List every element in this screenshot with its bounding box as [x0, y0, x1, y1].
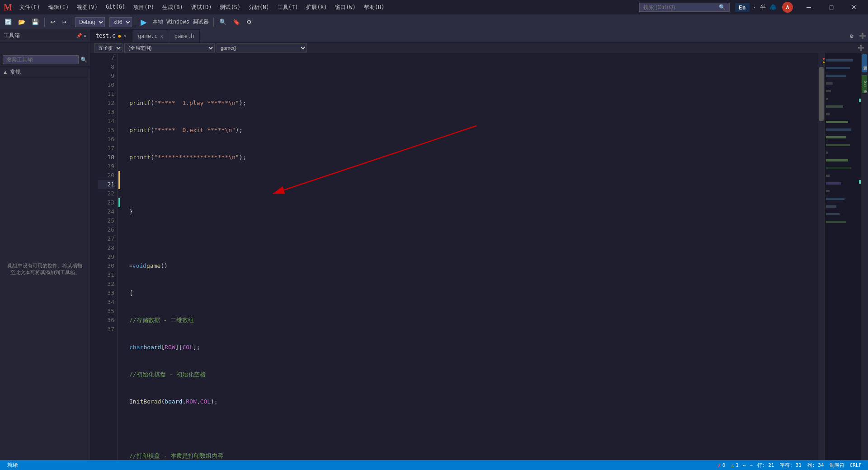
code-line-16: char board[ROW][COL]; [129, 343, 813, 352]
status-charset[interactable]: 制表符 [827, 462, 847, 469]
status-line[interactable]: 行: 21 [755, 462, 777, 469]
title-bar: M 文件(F) 编辑(E) 视图(V) Git(G) 项目(P) 生成(B) 调… [0, 0, 868, 14]
menu-test[interactable]: 测试(S) [216, 3, 244, 12]
menu-build[interactable]: 生成(B) [159, 3, 187, 12]
scope-nav-select[interactable]: (全局范围) [124, 43, 215, 52]
tab-test-c[interactable]: test.c ● ✕ [90, 30, 132, 42]
toolbar-save[interactable]: 💾 [29, 16, 42, 28]
platform-select[interactable]: x86 [109, 17, 132, 27]
line-num-27: 27 [98, 234, 114, 243]
line-num-32: 32 [98, 280, 114, 289]
line-num-8: 8 [98, 62, 114, 71]
code-line-19 [129, 424, 813, 433]
toolbar-bookmark[interactable]: 🔖 [230, 16, 243, 28]
status-errors[interactable]: ✗ 0 [715, 462, 728, 469]
line-num-35: 35 [98, 307, 114, 316]
toolbar-redo[interactable]: ↪ [59, 16, 69, 28]
line-num-24: 24 [98, 207, 114, 216]
window-controls: ─ □ ✕ [798, 2, 864, 13]
line-num-19: 19 [98, 162, 114, 171]
tab-empty-space [200, 29, 846, 42]
status-nav-forward[interactable]: → [748, 462, 755, 468]
tab-test-c-close[interactable]: ✕ [123, 33, 127, 39]
toolbox-close[interactable]: ✕ [84, 33, 86, 38]
debug-config-select[interactable]: Debug [75, 17, 105, 27]
nav-add-btn[interactable]: ➕ [858, 45, 864, 51]
editor[interactable]: 7 8 9 10 11 12 13 14 15 16 17 18 19 20 2… [90, 53, 868, 460]
line-num-34: 34 [98, 298, 114, 307]
toolbar-find[interactable]: 🔍 [217, 16, 229, 28]
toolbox-search-input[interactable] [3, 55, 79, 64]
line-num-22: 22 [98, 189, 114, 198]
menu-extensions[interactable]: 扩展(X) [302, 3, 330, 12]
menu-view[interactable]: 视图(V) [73, 3, 101, 12]
status-encoding[interactable]: CRLF [847, 462, 865, 468]
tab-game-c-close[interactable]: ✕ [160, 33, 163, 39]
line-num-7: 7 [98, 53, 114, 62]
code-line-14: { [129, 289, 813, 298]
toolbar-sep3 [135, 18, 135, 27]
menu-tools[interactable]: 工具(T) [274, 3, 302, 12]
toolbar-undo[interactable]: ↩ [47, 16, 58, 28]
scrollbar-thumb[interactable] [819, 67, 824, 121]
menu-project[interactable]: 项目(P) [130, 3, 158, 12]
run-button[interactable]: ▶ [138, 16, 150, 28]
ime-indicator: · 半 🧥 [751, 3, 778, 11]
toolbox-tab-label[interactable]: 工具箱 [4, 32, 20, 39]
line-num-18: 18 [98, 153, 114, 162]
toolbar-sep1 [44, 18, 45, 27]
status-nav-back[interactable]: ← [741, 462, 748, 468]
menu-window[interactable]: 窗口(W) [331, 3, 359, 12]
status-char[interactable]: 字符: 31 [777, 462, 805, 469]
line-num-14: 14 [98, 117, 114, 126]
side-panel-1[interactable]: 错误列表 [862, 54, 867, 72]
tab-overflow-btn[interactable]: ➕ [857, 29, 868, 42]
menu-bar: 文件(F) 编辑(E) 视图(V) Git(G) 项目(P) 生成(B) 调试(… [16, 3, 388, 12]
tab-test-c-modified: ● [118, 33, 121, 38]
line-num-20: 20 [98, 171, 114, 180]
indicator-line19 [118, 180, 120, 189]
gutter-indicators [90, 53, 98, 460]
line-num-17: 17 [98, 144, 114, 153]
status-bar: 就绪 ✗ 0 ⚠ 1 ← → 行: 21 字符: 31 列: 34 制表符 CR… [0, 460, 868, 470]
toolbox-pin[interactable]: 📌 [76, 33, 82, 38]
code-line-11: } [129, 207, 813, 216]
restore-button[interactable]: □ [821, 2, 842, 13]
search-box[interactable]: 🔍 [639, 3, 730, 12]
minimize-button[interactable]: ─ [798, 2, 819, 13]
toolbar-more1[interactable]: ⚙ [244, 16, 255, 28]
line-num-12: 12 [98, 99, 114, 108]
code-line-20: //打印棋盘 - 本质是打印数组内容 [129, 451, 813, 460]
menu-help[interactable]: 帮助(H) [360, 3, 388, 12]
menu-debug[interactable]: 调试(D) [188, 3, 216, 12]
tab-sidebar-space: 工具箱 📌 ✕ [0, 29, 90, 42]
tab-bar: 工具箱 📌 ✕ test.c ● ✕ game.c ✕ game.h ⚙ ➕ [0, 30, 868, 43]
code-content[interactable]: printf("***** 1.play ******\n"); printf(… [124, 53, 818, 460]
minimap [825, 53, 861, 460]
line-num-23: 23 [98, 198, 114, 207]
status-col[interactable]: 列: 34 [804, 462, 827, 469]
menu-analyze[interactable]: 分析(N) [245, 3, 273, 12]
code-line-18: InitBorad(board,ROW,COL); [129, 397, 813, 406]
nav-bar: 五子棋 (全局范围) game() ➕ [0, 43, 868, 53]
tab-game-h[interactable]: game.h [169, 30, 200, 42]
search-input[interactable] [643, 4, 719, 10]
menu-edit[interactable]: 编辑(E) [45, 3, 73, 12]
tab-settings-btn[interactable]: ⚙ [846, 29, 857, 42]
function-nav-select[interactable]: game() [217, 43, 307, 52]
code-line-8: printf("***** 0.exit *****\n"); [129, 126, 813, 135]
status-warnings[interactable]: ⚠ 1 [728, 462, 741, 469]
editor-scrollbar[interactable] [818, 53, 825, 460]
status-ready[interactable]: 就绪 [4, 461, 22, 469]
menu-file[interactable]: 文件(F) [16, 3, 44, 12]
toolbar-open[interactable]: 📂 [15, 16, 28, 28]
side-panel-2[interactable]: Git更改 [862, 75, 867, 93]
toolbar-sep2 [72, 18, 72, 27]
close-button[interactable]: ✕ [844, 2, 864, 13]
tab-game-c[interactable]: game.c ✕ [132, 30, 169, 42]
menu-git[interactable]: Git(G) [102, 3, 129, 12]
toolbar-new[interactable]: 🔄 [2, 16, 14, 28]
file-nav-select[interactable]: 五子棋 [94, 43, 123, 52]
line-num-25: 25 [98, 216, 114, 225]
toolbox-section-header[interactable]: ▲ 常规 [0, 66, 90, 78]
